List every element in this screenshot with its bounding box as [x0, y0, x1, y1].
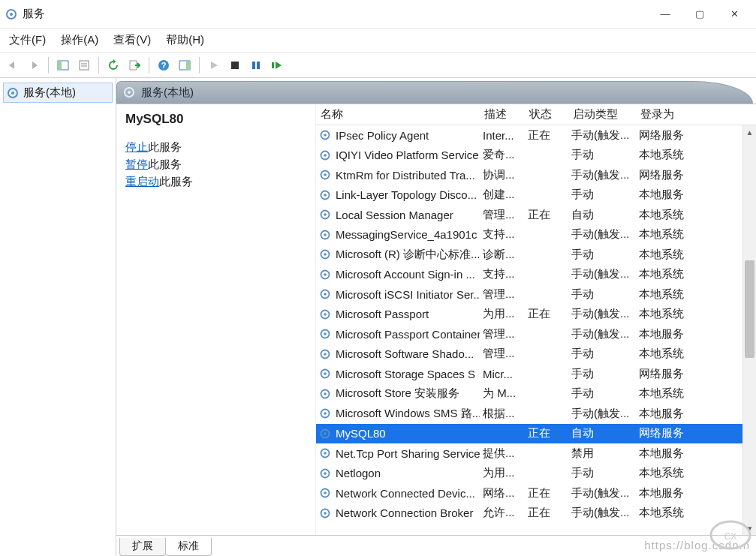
tab-extended[interactable]: 扩展	[119, 538, 166, 556]
service-row[interactable]: MessagingService_4a1901c支持...手动(触发...本地系…	[316, 225, 756, 245]
svg-point-29	[324, 213, 327, 216]
service-desc: 爱奇...	[480, 146, 525, 164]
service-row[interactable]: Microsoft iSCSI Initiator Ser...管理...手动本…	[316, 284, 756, 305]
maximize-button[interactable]: ▢	[682, 3, 717, 26]
col-login[interactable]: 登录为	[636, 104, 700, 125]
service-row[interactable]: Net.Tcp Port Sharing Service提供...禁用本地服务	[316, 443, 756, 464]
forward-button[interactable]	[24, 56, 44, 75]
properties-button[interactable]	[74, 56, 94, 75]
svg-point-35	[324, 273, 327, 276]
service-row[interactable]: Network Connection Broker允许...正在手动(触发...…	[316, 503, 756, 524]
svg-point-47	[324, 392, 327, 395]
action-pane-button[interactable]	[175, 56, 194, 75]
back-button[interactable]	[3, 56, 23, 75]
svg-rect-4	[80, 61, 89, 70]
service-row[interactable]: Microsoft (R) 诊断中心标准...诊断...手动本地系统	[316, 245, 756, 265]
tab-standard[interactable]: 标准	[165, 538, 212, 556]
pause-service-button[interactable]	[246, 56, 266, 75]
gear-icon	[319, 229, 331, 241]
start-service-button[interactable]	[204, 56, 224, 75]
tree-node-services-local[interactable]: 服务(本地)	[3, 83, 113, 103]
service-desc: 允许...	[480, 504, 525, 521]
col-status[interactable]: 状态	[525, 104, 568, 125]
service-row[interactable]: IQIYI Video Platform Service爱奇...手动本地系统	[316, 146, 756, 166]
service-row[interactable]: Microsoft Passport为用...正在手动(触发...本地系统	[316, 305, 756, 325]
menu-help[interactable]: 帮助(H)	[160, 30, 213, 50]
service-startup: 手动(触发...	[568, 226, 636, 243]
col-startup[interactable]: 启动类型	[568, 104, 636, 125]
service-name: MessagingService_4a1901c	[336, 228, 477, 241]
scroll-thumb[interactable]	[745, 260, 754, 358]
service-desc: Inter...	[480, 128, 525, 143]
service-status	[525, 412, 568, 415]
service-login: 本地系统	[636, 146, 700, 164]
minimize-button[interactable]: —	[648, 3, 682, 26]
service-desc: 为用...	[480, 464, 525, 482]
service-row[interactable]: Microsoft Storage Spaces SMicr...手动网络服务	[316, 364, 756, 384]
service-desc: 管理...	[480, 206, 525, 224]
service-status	[525, 293, 568, 296]
gear-icon	[319, 269, 331, 281]
service-startup: 禁用	[568, 445, 636, 462]
service-desc: 管理...	[480, 286, 525, 303]
service-row[interactable]: Network Connected Devic...网络...正在手动(触发..…	[316, 483, 756, 503]
svg-rect-12	[231, 62, 239, 69]
service-row[interactable]: Link-Layer Topology Disco...创建...手动本地服务	[316, 185, 756, 206]
col-name[interactable]: 名称	[316, 104, 480, 125]
gear-icon	[319, 487, 331, 499]
restart-service-button[interactable]	[267, 56, 287, 75]
bottom-tabs: 扩展 标准	[116, 535, 756, 556]
help-button[interactable]: ?	[154, 56, 173, 75]
show-hide-tree-button[interactable]	[53, 56, 73, 75]
gear-icon	[319, 129, 331, 141]
refresh-button[interactable]	[104, 56, 123, 75]
service-row[interactable]: MySQL80正在自动网络服务	[316, 424, 756, 444]
service-login: 本地服务	[636, 445, 700, 462]
export-list-button[interactable]	[125, 56, 144, 75]
menu-view[interactable]: 查看(V)	[107, 30, 160, 50]
svg-point-1	[10, 13, 13, 16]
service-row[interactable]: Microsoft Store 安装服务为 M...手动本地系统	[316, 384, 756, 404]
service-login: 网络服务	[636, 127, 700, 144]
scroll-down-icon[interactable]: ▼	[743, 521, 756, 535]
gear-icon	[319, 348, 331, 360]
service-login: 本地系统	[636, 266, 700, 283]
col-desc[interactable]: 描述	[480, 104, 525, 125]
svg-point-43	[324, 353, 327, 356]
gear-icon	[319, 407, 331, 419]
stop-service-button[interactable]	[225, 56, 245, 75]
gear-icon	[319, 209, 331, 221]
service-name: Microsoft Store 安装服务	[336, 386, 459, 401]
service-name: Microsoft Account Sign-in ...	[336, 268, 475, 281]
service-list: 名称 描述 状态 启动类型 登录为 IPsec Policy AgentInte…	[315, 104, 756, 535]
svg-rect-3	[58, 61, 62, 70]
restart-link[interactable]: 重启动	[125, 175, 159, 188]
service-desc: 为 M...	[480, 385, 525, 402]
svg-point-37	[324, 293, 327, 296]
service-row[interactable]: Microsoft Account Sign-in ...支持...手动(触发.…	[316, 265, 756, 285]
vertical-scrollbar[interactable]: ▲ ▼	[742, 125, 756, 535]
close-button[interactable]: ✕	[717, 3, 751, 26]
service-row[interactable]: KtmRm for Distributed Tra...协调...手动(触发..…	[316, 165, 756, 185]
service-row[interactable]: Netlogon为用...手动本地系统	[316, 464, 756, 484]
menu-action[interactable]: 操作(A)	[55, 30, 107, 50]
service-name: Microsoft iSCSI Initiator Ser...	[336, 288, 480, 301]
service-row[interactable]: Microsoft Passport Container管理...手动(触发..…	[316, 324, 756, 344]
scroll-up-icon[interactable]: ▲	[743, 125, 756, 139]
service-desc: Micr...	[480, 366, 525, 382]
service-name: MySQL80	[336, 427, 386, 440]
service-row[interactable]: Local Session Manager管理...正在自动本地系统	[316, 205, 756, 225]
service-row[interactable]: IPsec Policy AgentInter...正在手动(触发...网络服务	[316, 125, 756, 146]
service-desc: 支持...	[480, 226, 525, 243]
service-startup: 手动	[568, 246, 636, 263]
stop-link[interactable]: 停止	[125, 140, 148, 153]
menu-file[interactable]: 文件(F)	[3, 30, 55, 50]
service-login: 本地服务	[636, 186, 700, 203]
service-row[interactable]: Microsoft Software Shado...管理...手动本地系统	[316, 344, 756, 365]
gear-icon	[319, 388, 331, 400]
service-login: 本地系统	[636, 385, 700, 402]
service-row[interactable]: Microsoft Windows SMS 路...根据...手动(触发...本…	[316, 404, 756, 424]
pause-link[interactable]: 暂停	[125, 158, 148, 170]
service-name: Microsoft Passport	[336, 308, 429, 320]
service-desc	[480, 432, 525, 435]
